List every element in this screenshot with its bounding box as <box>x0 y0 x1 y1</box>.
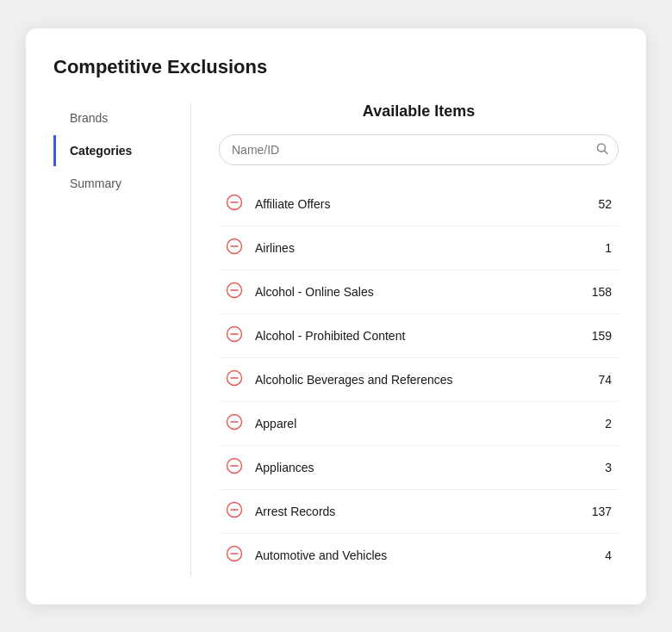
list-item: Alcohol - Prohibited Content159 <box>219 314 619 358</box>
item-count: 158 <box>586 285 612 299</box>
sidebar-item-categories[interactable]: Categories <box>53 135 190 166</box>
remove-icon[interactable] <box>226 194 243 214</box>
remove-icon[interactable] <box>226 413 243 434</box>
search-input[interactable] <box>219 134 619 165</box>
remove-icon[interactable] <box>226 282 243 302</box>
list-item: Apparel2 <box>219 402 619 446</box>
item-name: Alcoholic Beverages and References <box>255 373 576 387</box>
remove-icon[interactable] <box>226 325 243 346</box>
list-item: Airlines1 <box>219 226 619 270</box>
remove-icon[interactable] <box>226 457 243 478</box>
list-item: Automotive and Vehicles4 <box>219 534 619 577</box>
item-name: Appliances <box>255 461 576 474</box>
remove-icon[interactable] <box>226 369 243 390</box>
remove-icon[interactable] <box>226 238 243 258</box>
remove-icon[interactable] <box>226 501 243 522</box>
list-item: Affiliate Offers52 <box>219 183 619 226</box>
item-count: 159 <box>586 329 612 343</box>
item-count: 3 <box>586 461 612 474</box>
search-container <box>219 134 619 165</box>
item-name: Apparel <box>255 417 576 431</box>
list-item: Alcoholic Beverages and References74 <box>219 358 619 402</box>
list-item: Alcohol - Online Sales158 <box>219 270 619 314</box>
item-count: 52 <box>586 197 612 211</box>
item-count: 4 <box>586 548 612 562</box>
remove-icon[interactable] <box>226 545 243 566</box>
item-name: Arrest Records <box>255 505 576 518</box>
item-name: Alcohol - Online Sales <box>255 285 576 299</box>
main-card: Competitive Exclusions BrandsCategoriesS… <box>26 28 646 604</box>
list-item: Appliances3 <box>219 446 619 490</box>
item-name: Automotive and Vehicles <box>255 548 576 562</box>
sidebar-item-brands[interactable]: Brands <box>53 102 190 133</box>
item-name: Airlines <box>255 241 576 255</box>
item-name: Alcohol - Prohibited Content <box>255 329 576 343</box>
item-name: Affiliate Offers <box>255 197 576 211</box>
page-title: Competitive Exclusions <box>53 56 619 78</box>
main-content: Available Items Affiliate Offers52 Airli… <box>191 102 619 577</box>
section-title: Available Items <box>219 102 619 121</box>
layout: BrandsCategoriesSummary Available Items … <box>53 102 619 577</box>
item-count: 1 <box>586 241 612 255</box>
items-list: Affiliate Offers52 Airlines1 Alcohol - O… <box>219 183 619 577</box>
item-count: 137 <box>586 505 612 518</box>
list-item: Arrest Records137 <box>219 490 619 534</box>
item-count: 2 <box>586 417 612 431</box>
item-count: 74 <box>586 373 612 387</box>
sidebar-item-summary[interactable]: Summary <box>53 168 190 199</box>
sidebar: BrandsCategoriesSummary <box>53 102 191 577</box>
